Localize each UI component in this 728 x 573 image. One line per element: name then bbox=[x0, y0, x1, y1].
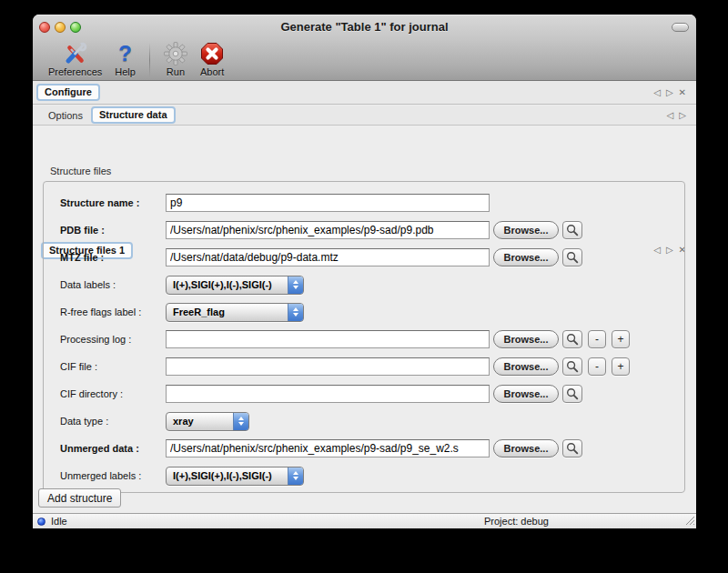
cif-directory-label: CIF directory : bbox=[60, 388, 166, 399]
cif-file-label: CIF file : bbox=[60, 361, 166, 372]
toolbar: Preferences ? Help bbox=[33, 40, 230, 80]
unmerged-labels-label: Unmerged labels : bbox=[60, 470, 166, 481]
data-type-value: xray bbox=[167, 413, 233, 430]
dropdown-stepper-icon bbox=[288, 467, 303, 485]
rfree-flags-row: R-free flags label : FreeR_flag bbox=[60, 303, 684, 321]
processing-log-browse-button[interactable]: Browse... bbox=[493, 330, 559, 348]
mtz-magnifier-button[interactable] bbox=[562, 248, 582, 266]
window-title: Generate "Table 1" for journal bbox=[33, 20, 696, 34]
mtz-file-label: MTZ file : bbox=[60, 252, 166, 263]
processing-log-input[interactable] bbox=[166, 330, 490, 348]
tab-close-icon[interactable]: ✕ bbox=[679, 88, 686, 97]
tab-forward-icon[interactable]: ▷ bbox=[679, 111, 686, 120]
cif-directory-browse-button[interactable]: Browse... bbox=[493, 385, 559, 403]
unmerged-data-label: Unmerged data : bbox=[60, 443, 166, 454]
pdb-file-input[interactable] bbox=[166, 221, 490, 239]
mtz-browse-button[interactable]: Browse... bbox=[493, 248, 559, 266]
dropdown-stepper-icon bbox=[233, 413, 248, 430]
dropdown-stepper-icon bbox=[288, 304, 303, 321]
run-label: Run bbox=[167, 66, 185, 77]
gear-icon bbox=[164, 41, 187, 65]
data-type-row: Data type : xray bbox=[60, 412, 684, 430]
tab-back-icon[interactable]: ◁ bbox=[667, 111, 674, 120]
mtz-file-row: MTZ file : Browse... bbox=[60, 248, 684, 266]
data-labels-label: Data labels : bbox=[60, 279, 166, 290]
processing-log-row: Processing log : Browse... - + bbox=[60, 330, 684, 348]
cif-file-input[interactable] bbox=[166, 357, 490, 376]
resize-grip[interactable] bbox=[683, 514, 695, 528]
toolbar-separator bbox=[149, 43, 150, 77]
structure-name-label: Structure name : bbox=[60, 197, 166, 208]
titlebar[interactable]: Generate "Table 1" for journal bbox=[33, 15, 696, 40]
help-button[interactable]: ? Help bbox=[108, 41, 142, 77]
pdb-magnifier-button[interactable] bbox=[562, 221, 582, 239]
preferences-button[interactable]: Preferences bbox=[42, 41, 108, 77]
processing-log-add-button[interactable]: + bbox=[612, 330, 630, 348]
mtz-file-input[interactable] bbox=[166, 248, 490, 266]
pdb-browse-button[interactable]: Browse... bbox=[493, 221, 559, 239]
rfree-flags-value: FreeR_flag bbox=[167, 304, 288, 321]
unmerged-data-row: Unmerged data : Browse... bbox=[60, 439, 684, 457]
magnifier-icon bbox=[566, 387, 579, 400]
tools-icon bbox=[64, 41, 87, 65]
abort-label: Abort bbox=[200, 66, 224, 77]
magnifier-icon bbox=[566, 442, 579, 455]
unmerged-labels-row: Unmerged labels : I(+),SIGI(+),I(-),SIGI… bbox=[60, 467, 684, 485]
toolbar-toggle-button[interactable] bbox=[672, 23, 689, 32]
help-icon: ? bbox=[118, 41, 132, 65]
data-labels-row: Data labels : I(+),SIGI(+),I(-),SIGI(-) bbox=[60, 276, 684, 294]
unmerged-labels-dropdown[interactable]: I(+),SIGI(+),I(-),SIGI(-) bbox=[166, 467, 304, 486]
project-label: Project: debug bbox=[484, 516, 549, 527]
magnifier-icon bbox=[566, 360, 579, 373]
magnifier-icon bbox=[566, 251, 579, 264]
app-window: Generate "Table 1" for journal Preferenc… bbox=[33, 15, 696, 528]
status-bar: Idle Project: debug bbox=[33, 513, 696, 528]
cif-file-browse-button[interactable]: Browse... bbox=[493, 357, 559, 376]
data-type-dropdown[interactable]: xray bbox=[166, 412, 249, 431]
groupbox-label: Structure files bbox=[50, 166, 111, 176]
cif-directory-row: CIF directory : Browse... bbox=[60, 385, 684, 403]
run-button[interactable]: Run bbox=[157, 41, 194, 77]
unmerged-data-input[interactable] bbox=[166, 439, 490, 457]
tab-options[interactable]: Options bbox=[40, 108, 91, 123]
data-labels-value: I(+),SIGI(+),I(-),SIGI(-) bbox=[167, 276, 288, 294]
preferences-label: Preferences bbox=[48, 66, 102, 77]
tabstrip-pages: Options Structure data ◁ ▷ bbox=[33, 106, 696, 126]
tab-forward-icon[interactable]: ▷ bbox=[666, 88, 673, 97]
pdb-file-row: PDB file : Browse... bbox=[60, 221, 684, 239]
structure-data-page: Structure files 1 ◁ ▷ ✕ Structure files … bbox=[33, 126, 696, 513]
cif-file-magnifier-button[interactable] bbox=[562, 357, 582, 376]
dropdown-stepper-icon bbox=[288, 276, 303, 294]
cif-directory-magnifier-button[interactable] bbox=[562, 385, 582, 403]
rfree-flags-dropdown[interactable]: FreeR_flag bbox=[166, 303, 304, 322]
status-text: Idle bbox=[51, 516, 67, 527]
cif-file-remove-button[interactable]: - bbox=[588, 357, 606, 376]
unmerged-data-magnifier-button[interactable] bbox=[562, 439, 582, 457]
cif-file-add-button[interactable]: + bbox=[612, 357, 630, 376]
abort-button[interactable]: Abort bbox=[194, 41, 230, 77]
processing-log-remove-button[interactable]: - bbox=[588, 330, 606, 348]
cif-file-row: CIF file : Browse... - + bbox=[60, 357, 684, 376]
unmerged-data-browse-button[interactable]: Browse... bbox=[493, 439, 559, 457]
tab-back-icon[interactable]: ◁ bbox=[653, 88, 661, 97]
magnifier-icon bbox=[566, 333, 579, 346]
tab-structure-data[interactable]: Structure data bbox=[91, 106, 176, 124]
data-type-label: Data type : bbox=[60, 416, 166, 427]
tab-configure[interactable]: Configure bbox=[36, 84, 100, 101]
data-labels-dropdown[interactable]: I(+),SIGI(+),I(-),SIGI(-) bbox=[166, 276, 304, 295]
processing-log-magnifier-button[interactable] bbox=[562, 330, 582, 348]
tabstrip1-nav: ◁ ▷ ✕ bbox=[653, 88, 696, 97]
rfree-flags-label: R-free flags label : bbox=[60, 307, 166, 317]
help-label: Help bbox=[115, 66, 136, 77]
tabstrip2-nav: ◁ ▷ bbox=[667, 111, 696, 120]
processing-log-label: Processing log : bbox=[60, 334, 166, 345]
add-structure-button[interactable]: Add structure bbox=[38, 488, 121, 508]
magnifier-icon bbox=[566, 224, 579, 236]
tabstrip-configure: Configure ◁ ▷ ✕ bbox=[33, 81, 696, 105]
window-header: Generate "Table 1" for journal Preferenc… bbox=[33, 15, 696, 81]
cif-directory-input[interactable] bbox=[166, 385, 490, 403]
pdb-file-label: PDB file : bbox=[60, 225, 166, 236]
structure-name-input[interactable] bbox=[166, 194, 490, 212]
structure-files-groupbox: Structure name : PDB file : Browse... MT… bbox=[43, 181, 685, 493]
status-dot-icon bbox=[37, 518, 46, 526]
